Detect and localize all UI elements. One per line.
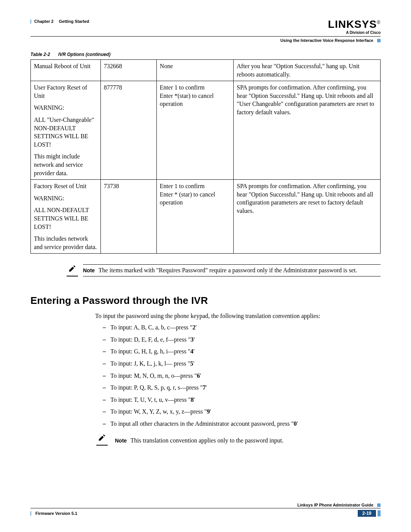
cell-warning: WARNING:	[34, 104, 97, 112]
logo-subtitle: A Division of Cisco	[328, 30, 381, 35]
linksys-logo: LINKSYS®	[328, 19, 381, 30]
header-rule	[30, 36, 381, 37]
footer-guide-line: Linksys IP Phone Administrator Guide	[30, 503, 381, 507]
page-number-badge: 2-19	[355, 510, 381, 517]
note-body: Note This translation convention applies…	[115, 433, 381, 446]
cell-text: This includes network and service provid…	[34, 235, 97, 251]
cell-code: 877778	[100, 81, 156, 180]
cell-text: ALL NON-DEFAULT SETTINGS WILL BE LOST!	[34, 206, 97, 231]
logo-word: LINKSYS	[328, 18, 377, 30]
cell-text: User Factory Reset of Unit	[34, 83, 97, 100]
note-label: Note	[83, 267, 95, 273]
list-item: To input: P, Q, R, S, p, q, r, s—press "…	[103, 383, 381, 392]
cell-code: 73738	[100, 180, 156, 254]
note-pencil-icon	[65, 264, 79, 276]
chapter-title: Getting Started	[59, 19, 89, 24]
registered-mark-icon: ®	[377, 20, 381, 25]
list-item: To input: G, H, I, g, h, i—press "4'	[103, 347, 381, 356]
accent-square-icon	[377, 39, 381, 42]
cell-result: SPA prompts for confirmation. After conf…	[234, 180, 381, 254]
list-item: To input: W, X, Y, Z, w, x, y, z—press "…	[103, 407, 381, 416]
page-number: 2-19	[358, 510, 376, 517]
cell-warning: WARNING:	[34, 194, 97, 203]
list-item: To input: T, U, V, t, u, v—press "8'	[103, 396, 381, 404]
keypad-list: To input: A, B, C, a, b, c—press "2' To …	[103, 323, 381, 428]
footer-bottom-row: Firmware Version 5.1 2-19	[30, 510, 381, 517]
cell-code: 732668	[100, 60, 156, 81]
list-item: To input: J, K, L, j, k, l— press "5'	[103, 359, 381, 368]
footer-rule	[30, 508, 381, 508]
note-text: This translation convention applies only…	[131, 437, 284, 444]
list-item: To input: D, E, F, d, e, f—press "3'	[103, 335, 381, 344]
table-row: User Factory Reset of Unit WARNING: ALL …	[31, 81, 381, 180]
cell-option: User Factory Reset of Unit WARNING: ALL …	[31, 81, 101, 180]
table-label: Table 2-2	[30, 52, 50, 57]
guide-title: Linksys IP Phone Administrator Guide	[297, 503, 373, 507]
note-body: Note The items marked with "Requires Pas…	[83, 264, 381, 276]
cell-text: Factory Reset of Unit	[34, 182, 97, 190]
list-item: To input: A, B, C, a, b, c—press "2'	[103, 323, 381, 332]
cell-text: This might include network and service p…	[34, 152, 97, 177]
list-item: To input all other characters in the Adm…	[103, 420, 381, 428]
chapter-breadcrumb: Chapter 2 Getting Started	[30, 19, 89, 24]
cell-result: SPA prompts for confirmation. After conf…	[234, 81, 381, 180]
subheader-right: Using the Interactive Voice Response Int…	[30, 38, 381, 43]
note-pencil-icon	[95, 433, 109, 446]
subheader-text: Using the Interactive Voice Response Int…	[280, 38, 373, 43]
note-block: Note The items marked with "Requires Pas…	[65, 264, 381, 276]
note-block: Note This translation convention applies…	[95, 433, 381, 446]
note-text: The items marked with "Requires Password…	[99, 267, 357, 273]
ivr-options-table: Manual Reboot of Unit 732668 None After …	[30, 59, 381, 254]
accent-bar-icon	[30, 511, 31, 516]
cell-text: ALL "User-Changeable" NON-DEFAULT SETTIN…	[34, 116, 97, 149]
note-label: Note	[115, 438, 127, 444]
cell-option: Factory Reset of Unit WARNING: ALL NON-D…	[31, 180, 101, 254]
cell-input: Enter 1 to confirm Enter *(star) to canc…	[156, 81, 233, 180]
cell-input: None	[156, 60, 233, 81]
table-caption: Table 2-2 IVR Options (continued)	[30, 52, 381, 57]
accent-bar-icon	[30, 19, 31, 24]
page-footer: Linksys IP Phone Administrator Guide Fir…	[30, 503, 381, 517]
chapter-label: Chapter 2	[34, 19, 54, 24]
accent-stripe-icon	[378, 510, 381, 516]
table-row: Factory Reset of Unit WARNING: ALL NON-D…	[31, 180, 381, 254]
cell-option: Manual Reboot of Unit	[31, 60, 101, 81]
logo-block: LINKSYS® A Division of Cisco	[328, 19, 381, 35]
accent-square-icon	[377, 503, 381, 507]
cell-input: Enter 1 to confirm Enter * (star) to can…	[156, 180, 233, 254]
page-header: Chapter 2 Getting Started LINKSYS® A Div…	[30, 19, 381, 35]
table-title: IVR Options (continued)	[58, 52, 110, 57]
section-intro: To input the password using the phone ke…	[95, 313, 381, 320]
section-heading: Entering a Password through the IVR	[30, 295, 381, 307]
version-text: Firmware Version 5.1	[35, 511, 77, 516]
cell-result: After you hear "Option Successful," hang…	[234, 60, 381, 81]
list-item: To input: M, N, O, m, n, o—press "6'	[103, 372, 381, 380]
table-row: Manual Reboot of Unit 732668 None After …	[31, 60, 381, 81]
firmware-version: Firmware Version 5.1	[30, 511, 77, 516]
